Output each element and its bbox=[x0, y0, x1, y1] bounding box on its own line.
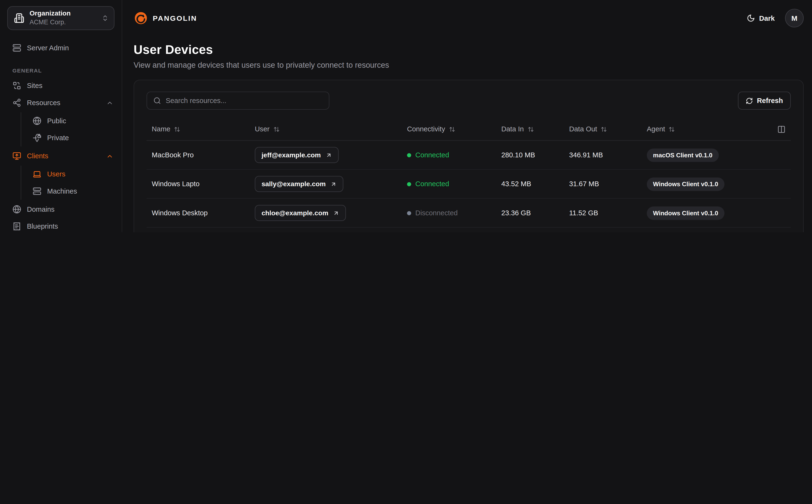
data-out-value: 346.91 MB bbox=[569, 151, 647, 159]
sort-icon bbox=[174, 126, 180, 132]
sort-icon bbox=[601, 126, 607, 132]
org-selector[interactable]: Organization ACME Corp. bbox=[7, 6, 114, 30]
two-columns-icon bbox=[777, 125, 786, 133]
avatar[interactable]: M bbox=[785, 9, 804, 27]
device-name: MacBook Pro bbox=[146, 151, 255, 159]
sidebar-item-domains[interactable]: Domains bbox=[0, 201, 122, 218]
globe-lock-icon bbox=[33, 134, 41, 142]
column-header-agent[interactable]: Agent bbox=[647, 125, 791, 133]
data-in-value: 43.52 MB bbox=[501, 180, 569, 188]
status-dot bbox=[407, 153, 411, 157]
agent-badge: macOS Client v0.1.0 bbox=[647, 148, 719, 162]
card-toolbar: Refresh bbox=[146, 92, 791, 110]
sidebar-item-blueprints[interactable]: Blueprints bbox=[0, 218, 122, 232]
search-icon bbox=[153, 97, 161, 105]
sidebar-item-label: Users bbox=[47, 170, 65, 178]
column-header-data-in[interactable]: Data In bbox=[501, 125, 569, 133]
monitor-up-icon bbox=[12, 152, 21, 160]
sort-icon bbox=[449, 126, 455, 132]
sidebar-item-sites[interactable]: Sites bbox=[0, 77, 122, 94]
sites-icon bbox=[12, 81, 21, 90]
column-header-user[interactable]: User bbox=[255, 125, 407, 133]
brand-name: PANGOLIN bbox=[153, 14, 197, 22]
sort-icon bbox=[527, 126, 534, 132]
column-header-data-out[interactable]: Data Out bbox=[569, 125, 647, 133]
globe-icon bbox=[12, 205, 21, 214]
column-header-connectivity[interactable]: Connectivity bbox=[407, 125, 501, 133]
table-row: iPhone david@example.com Connected 181.1… bbox=[146, 228, 791, 232]
search-input[interactable] bbox=[166, 97, 323, 105]
sidebar-item-label: Private bbox=[47, 134, 69, 142]
avatar-initial: M bbox=[791, 14, 797, 22]
devices-card: Refresh Name User Connectivity Data In bbox=[134, 80, 804, 232]
section-label-general: GENERAL bbox=[0, 67, 122, 73]
data-out-value: 31.67 MB bbox=[569, 180, 647, 188]
status-dot bbox=[407, 211, 411, 215]
theme-toggle[interactable]: Dark bbox=[747, 14, 775, 22]
sidebar: Organization ACME Corp. Server Admin GEN… bbox=[0, 0, 122, 232]
sidebar-item-label: Resources bbox=[27, 99, 100, 107]
moon-icon bbox=[747, 14, 755, 22]
theme-label: Dark bbox=[759, 14, 775, 22]
sidebar-item-client-users[interactable]: Users bbox=[21, 166, 122, 183]
sidebar-item-public[interactable]: Public bbox=[21, 112, 122, 129]
sort-icon bbox=[669, 126, 675, 132]
agent-badge: Windows Client v0.1.0 bbox=[647, 206, 724, 220]
sidebar-item-label: Public bbox=[47, 117, 66, 125]
sidebar-item-machines[interactable]: Machines bbox=[21, 183, 122, 200]
clients-subgroup: Users Machines bbox=[21, 166, 122, 200]
refresh-label: Refresh bbox=[757, 97, 783, 105]
share-nodes-icon bbox=[12, 98, 21, 107]
data-in-value: 23.36 GB bbox=[501, 209, 569, 217]
sidebar-item-label: Blueprints bbox=[27, 222, 58, 230]
page-subtitle: View and manage devices that users use t… bbox=[134, 61, 801, 69]
agent-badge: Windows Client v0.1.0 bbox=[647, 177, 724, 190]
server-icon bbox=[12, 43, 21, 52]
user-link-button[interactable]: jeff@example.com bbox=[255, 147, 339, 163]
sidebar-item-private[interactable]: Private bbox=[21, 129, 122, 147]
page-title: User Devices bbox=[134, 42, 801, 57]
brand-logo[interactable]: PANGOLIN bbox=[134, 11, 197, 26]
columns-toggle-button[interactable] bbox=[777, 125, 786, 133]
sidebar-item-label: Clients bbox=[27, 152, 100, 160]
device-name: Windows Desktop bbox=[146, 209, 255, 217]
arrow-up-right-icon bbox=[330, 181, 337, 187]
main: PANGOLIN Dark M User Devices View and ma… bbox=[122, 0, 812, 232]
sidebar-item-resources[interactable]: Resources bbox=[0, 94, 122, 111]
device-name: Windows Lapto bbox=[146, 180, 255, 188]
org-selector-label: Organization bbox=[30, 10, 96, 18]
globe-icon bbox=[33, 116, 41, 125]
status-badge: Disconnected bbox=[407, 209, 501, 217]
refresh-button[interactable]: Refresh bbox=[738, 92, 791, 110]
sidebar-item-label: Server Admin bbox=[27, 44, 69, 52]
app: Organization ACME Corp. Server Admin GEN… bbox=[0, 0, 812, 232]
status-dot bbox=[407, 182, 411, 186]
page-header: User Devices View and manage devices tha… bbox=[122, 36, 812, 69]
laptop-icon bbox=[33, 170, 41, 179]
chevrons-up-down-icon bbox=[101, 15, 109, 22]
user-link-button[interactable]: chloe@example.com bbox=[255, 205, 346, 221]
data-out-value: 11.52 GB bbox=[569, 209, 647, 217]
user-link-button[interactable]: sally@example.com bbox=[255, 176, 343, 192]
refresh-icon bbox=[746, 97, 753, 104]
table-row: Windows Desktop chloe@example.com Discon… bbox=[146, 199, 791, 228]
arrow-up-right-icon bbox=[326, 152, 332, 158]
building-icon bbox=[14, 13, 24, 23]
pangolin-logo-icon bbox=[134, 11, 148, 26]
table-header-row: Name User Connectivity Data In Data Out bbox=[146, 118, 791, 141]
arrow-up-right-icon bbox=[333, 210, 339, 216]
server-icon bbox=[33, 187, 41, 196]
sidebar-item-label: Sites bbox=[27, 82, 42, 90]
topbar: PANGOLIN Dark M bbox=[122, 0, 812, 36]
sidebar-item-server-admin[interactable]: Server Admin bbox=[0, 39, 122, 57]
receipt-icon bbox=[12, 222, 21, 231]
table-row: Windows Lapto sally@example.com Connecte… bbox=[146, 170, 791, 199]
chevron-up-icon bbox=[106, 99, 113, 106]
status-badge: Connected bbox=[407, 151, 501, 159]
sidebar-nav: Server Admin GENERAL Sites Resources Pub… bbox=[0, 32, 122, 232]
sidebar-item-label: Domains bbox=[27, 206, 55, 213]
org-selector-value: ACME Corp. bbox=[30, 18, 96, 27]
column-header-name[interactable]: Name bbox=[146, 125, 255, 133]
data-in-value: 280.10 MB bbox=[501, 151, 569, 159]
sidebar-item-clients[interactable]: Clients bbox=[0, 148, 122, 165]
